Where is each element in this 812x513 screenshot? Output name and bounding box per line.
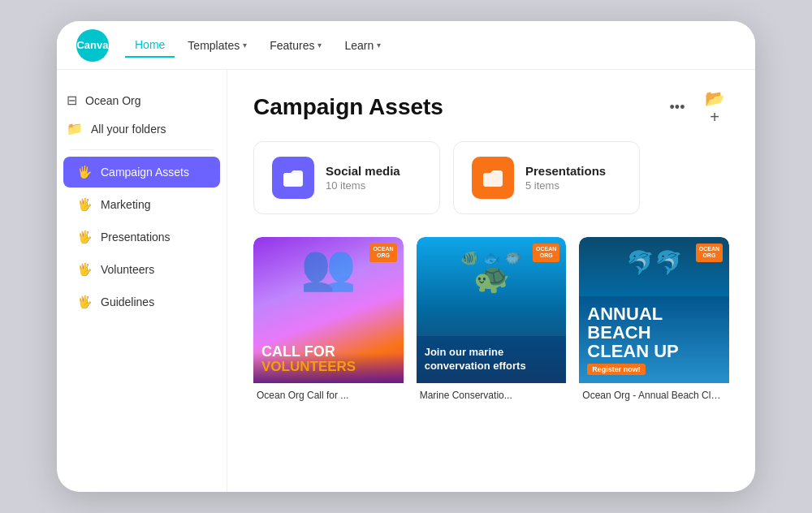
design-card-beach-cleanup[interactable]: 🐬🐬 OCEANORG ANNUAL BEACH CLEAN UP Regist… bbox=[579, 237, 729, 404]
hand-icon-volunteers: 🖐 bbox=[76, 261, 93, 278]
app-frame: Canva Home Templates ▾ Features ▾ Learn … bbox=[57, 21, 755, 492]
sidebar-item-campaign-assets[interactable]: 🖐 Campaign Assets bbox=[63, 157, 220, 188]
content-area: Campaign Assets ••• 📂+ bbox=[227, 70, 755, 492]
templates-chevron-icon: ▾ bbox=[243, 41, 247, 50]
call-for-text: CALL FOR bbox=[261, 344, 395, 360]
sidebar-org[interactable]: ⊟ Ocean Org bbox=[57, 86, 227, 114]
folder-info-social-media: Social media 10 items bbox=[326, 164, 400, 192]
sidebar-divider bbox=[70, 149, 214, 150]
design-thumb-3: 🐬🐬 OCEANORG ANNUAL BEACH CLEAN UP Regist… bbox=[579, 237, 729, 383]
canva-logo[interactable]: Canva bbox=[76, 29, 109, 62]
design-grid: 👥 OCEANORG CALL FOR VOLUNTEERS Ocean Org… bbox=[253, 237, 729, 404]
folder-info-presentations: Presentations 5 items bbox=[525, 164, 606, 192]
design-label-3: Ocean Org - Annual Beach Clean up bbox=[579, 383, 729, 404]
design-card-marine-conservation[interactable]: 🐢 🐠 🐟 🐡 OCEANORG Join our marine converv… bbox=[417, 237, 567, 404]
content-header: Campaign Assets ••• 📂+ bbox=[253, 93, 729, 122]
features-chevron-icon: ▾ bbox=[317, 41, 322, 50]
thumb-1-overlay: CALL FOR VOLUNTEERS bbox=[253, 333, 404, 383]
sidebar: ⊟ Ocean Org 📁 All your folders 🖐 Campaig… bbox=[57, 70, 227, 492]
design-label-2: Marine Conservatio... bbox=[417, 383, 567, 404]
volunteers-text: VOLUNTEERS bbox=[261, 360, 395, 375]
learn-chevron-icon: ▾ bbox=[377, 41, 381, 50]
thumb-3-overlay: ANNUAL BEACH CLEAN UP Register now! bbox=[579, 296, 729, 383]
top-nav: Canva Home Templates ▾ Features ▾ Learn … bbox=[57, 21, 755, 70]
nav-features[interactable]: Features ▾ bbox=[260, 34, 331, 57]
design-card-call-for-volunteers[interactable]: 👥 OCEANORG CALL FOR VOLUNTEERS Ocean Org… bbox=[253, 237, 404, 404]
folder-name-social-media: Social media bbox=[326, 164, 400, 178]
register-badge: Register now! bbox=[587, 364, 646, 375]
main-area: ⊟ Ocean Org 📁 All your folders 🖐 Campaig… bbox=[57, 70, 755, 492]
hand-icon-campaign: 🖐 bbox=[76, 164, 93, 180]
folder-icon-presentations bbox=[472, 157, 514, 199]
ocean-logo-2: OCEANORG bbox=[533, 244, 559, 262]
hand-icon-marketing: 🖐 bbox=[76, 196, 93, 213]
folder-card-presentations[interactable]: Presentations 5 items bbox=[453, 141, 640, 214]
ocean-logo-1: OCEANORG bbox=[369, 244, 396, 262]
folder-icon: 📁 bbox=[67, 121, 83, 136]
sidebar-item-volunteers[interactable]: 🖐 Volunteers bbox=[63, 254, 220, 285]
nav-items: Home Templates ▾ Features ▾ Learn ▾ bbox=[125, 33, 391, 58]
beach-cleanup-text: ANNUAL BEACH CLEAN UP bbox=[587, 304, 721, 360]
folder-icon-social-media bbox=[272, 157, 314, 199]
sidebar-all-folders[interactable]: 📁 All your folders bbox=[57, 114, 227, 143]
org-icon: ⊟ bbox=[67, 93, 77, 108]
design-thumb-1: 👥 OCEANORG CALL FOR VOLUNTEERS bbox=[253, 237, 404, 383]
nav-templates[interactable]: Templates ▾ bbox=[178, 34, 257, 57]
ocean-logo-3: OCEANORG bbox=[696, 244, 723, 262]
folder-grid: Social media 10 items Presentations 5 it… bbox=[253, 141, 729, 214]
new-folder-icon: 📂+ bbox=[700, 88, 729, 127]
design-label-1: Ocean Org Call for ... bbox=[253, 383, 404, 404]
new-folder-button[interactable]: 📂+ bbox=[700, 93, 729, 122]
nav-learn[interactable]: Learn ▾ bbox=[335, 34, 391, 57]
more-options-icon: ••• bbox=[670, 99, 685, 116]
thumb-2-overlay: Join our marine convervation efforts bbox=[417, 336, 567, 383]
header-actions: ••• 📂+ bbox=[663, 93, 729, 122]
sidebar-item-guidelines[interactable]: 🖐 Guidelines bbox=[63, 287, 220, 317]
hand-icon-presentations: 🖐 bbox=[76, 229, 93, 245]
people-figure: 👥 bbox=[300, 241, 356, 294]
page-title: Campaign Assets bbox=[253, 94, 443, 120]
folder-count-presentations: 5 items bbox=[525, 179, 606, 192]
hand-icon-guidelines: 🖐 bbox=[76, 294, 93, 310]
folder-card-social-media[interactable]: Social media 10 items bbox=[253, 141, 440, 214]
design-thumb-2: 🐢 🐠 🐟 🐡 OCEANORG Join our marine converv… bbox=[417, 237, 567, 383]
sidebar-item-presentations[interactable]: 🖐 Presentations bbox=[63, 222, 220, 252]
marine-text: Join our marine convervation efforts bbox=[425, 346, 559, 373]
folder-name-presentations: Presentations bbox=[525, 164, 606, 178]
more-options-button[interactable]: ••• bbox=[663, 93, 692, 122]
folder-count-social-media: 10 items bbox=[326, 179, 400, 192]
nav-home[interactable]: Home bbox=[125, 33, 175, 58]
sidebar-item-marketing[interactable]: 🖐 Marketing bbox=[63, 189, 220, 220]
